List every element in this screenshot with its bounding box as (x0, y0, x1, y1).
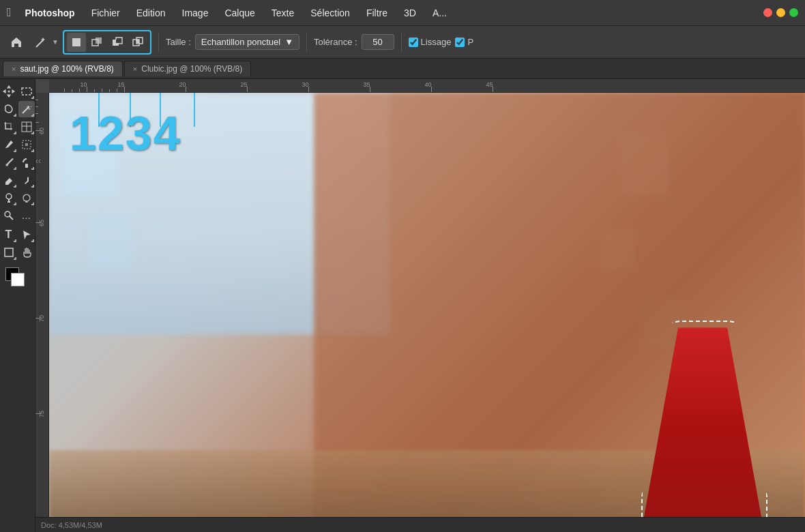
lasso-tool-btn[interactable] (1, 101, 17, 117)
tab-saut[interactable]: × saut.jpg @ 100% (RVB/8) (3, 61, 123, 76)
type-btn[interactable]: T (1, 226, 17, 243)
tool-chevron-icon[interactable]: ▼ (52, 38, 59, 46)
tolerance-input[interactable] (362, 34, 394, 50)
window-minimize-btn[interactable] (776, 8, 785, 17)
menu-image[interactable]: Image (175, 5, 216, 21)
intersect-selection-button[interactable] (128, 33, 147, 52)
menu-fichier[interactable]: Fichier (85, 5, 127, 21)
ruler-h-tick-small (94, 89, 95, 92)
ruler-h-tick: 20 (186, 87, 186, 92)
window-shape-2 (90, 216, 131, 270)
svg-point-21 (5, 164, 8, 166)
svg-point-11 (8, 91, 10, 93)
menu-selection[interactable]: Sélection (304, 5, 357, 21)
svg-line-0 (36, 40, 43, 47)
annotation-line-4 (194, 93, 195, 127)
canvas-wrapper: ‹‹ 10 15 20 25 30 3 (35, 79, 805, 532)
tool-selector-group: ▼ (31, 33, 59, 52)
menu-edition[interactable]: Edition (130, 5, 173, 21)
brush-btn[interactable] (1, 154, 17, 171)
menu-3d[interactable]: 3D (397, 5, 423, 21)
svg-rect-10 (136, 40, 139, 43)
tab-close-clubic[interactable]: × (133, 65, 137, 73)
more-tools-btn[interactable]: … (18, 207, 35, 224)
separator-1 (158, 33, 159, 52)
lissage-checkbox[interactable] (409, 38, 418, 47)
subtract-selection-button[interactable] (108, 33, 127, 52)
echantillon-dropdown[interactable]: Echantillon ponctuel ▼ (195, 34, 299, 50)
ruler-h-tick: 15 (124, 87, 125, 92)
ruler-h-tick-small (72, 89, 72, 92)
tab-clubic[interactable]: × Clubic.jpg @ 100% (RVB/8) (124, 61, 251, 76)
menu-more[interactable]: A... (426, 5, 454, 21)
add-selection-button[interactable] (87, 33, 106, 52)
tab-close-saut[interactable]: × (12, 65, 16, 73)
magic-wand-icon[interactable] (31, 33, 50, 52)
selection-rect-btn[interactable] (18, 83, 35, 100)
ruler-h-tick: 45 (493, 87, 493, 92)
patch-tool-btn[interactable] (18, 136, 35, 153)
eraser-btn[interactable] (1, 172, 17, 188)
menu-filtre[interactable]: Filtre (360, 5, 394, 21)
window-close-btn[interactable] (763, 8, 772, 17)
magic-wand-tool-btn[interactable] (18, 101, 35, 117)
svg-rect-22 (25, 164, 28, 168)
separator-2 (306, 33, 307, 52)
home-button[interactable] (5, 31, 27, 53)
separator-3 (401, 33, 402, 52)
ruler-v-tick: 65 (35, 222, 41, 223)
svg-rect-3 (96, 38, 102, 44)
lissage-group: Lissage (409, 37, 452, 47)
move-tool-btn[interactable] (1, 83, 17, 100)
annotation-numbers: 1234 (70, 106, 181, 161)
tolerance-label: Tolérance : (314, 37, 357, 47)
menu-photoshop[interactable]: Photoshop (18, 5, 82, 21)
svg-line-27 (10, 216, 13, 220)
apple-logo-icon[interactable]:  (7, 5, 12, 20)
menu-calque[interactable]: Calque (218, 5, 261, 21)
shape-btn[interactable] (1, 244, 17, 261)
horizontal-ruler: 10 15 20 25 30 35 (49, 79, 805, 93)
main-area: … T (0, 79, 805, 532)
options-bar: ▼ (0, 26, 805, 59)
svg-point-23 (6, 194, 12, 199)
arrow-sel-btn[interactable] (18, 226, 35, 243)
window-maximize-btn[interactable] (789, 8, 798, 17)
tabs-bar: × saut.jpg @ 100% (RVB/8) × Clubic.jpg @… (0, 59, 805, 79)
p-group: P (455, 37, 473, 47)
svg-line-13 (23, 108, 28, 113)
status-text: Doc: 4,53M/4,53M (41, 521, 102, 529)
smudge-btn[interactable] (18, 172, 35, 188)
hand-btn[interactable] (18, 244, 35, 261)
svg-line-14 (29, 108, 30, 110)
p-label: P (467, 37, 473, 47)
svg-rect-7 (116, 40, 119, 43)
svg-point-26 (5, 211, 10, 217)
zoom-btn[interactable] (1, 207, 17, 224)
slice-tool-btn[interactable] (18, 119, 35, 135)
pen-btn[interactable] (18, 190, 35, 206)
menu-bar:  Photoshop Fichier Edition Image Calque… (0, 0, 805, 26)
panel-collapse-arrow[interactable]: ‹‹ (35, 156, 41, 166)
new-selection-button[interactable] (67, 33, 86, 52)
ruler-h-tick: 35 (370, 87, 370, 92)
svg-rect-28 (5, 248, 13, 256)
eyedropper-btn[interactable] (1, 136, 17, 153)
ruler-h-tick: 10 (87, 87, 87, 92)
dodge-btn[interactable] (1, 190, 17, 206)
clone-stamp-btn[interactable] (18, 154, 35, 171)
ruler-h-tick: 30 (308, 87, 309, 92)
menu-texte[interactable]: Texte (265, 5, 301, 21)
ruler-v-tick: 60 (35, 130, 41, 131)
toolbox: … T (0, 79, 35, 532)
ruler-h-tick: 25 (247, 87, 248, 92)
svg-line-15 (31, 106, 31, 107)
taille-label: Taille : (166, 37, 191, 47)
p-checkbox[interactable] (455, 38, 465, 47)
color-swatches[interactable] (5, 267, 30, 288)
crop-tool-btn[interactable] (1, 119, 17, 135)
canvas-image[interactable]: 1234 (49, 93, 805, 532)
ruler-h-tick-small (109, 89, 110, 92)
background-color[interactable] (11, 273, 25, 286)
ruler-h-tick-small (79, 89, 80, 92)
